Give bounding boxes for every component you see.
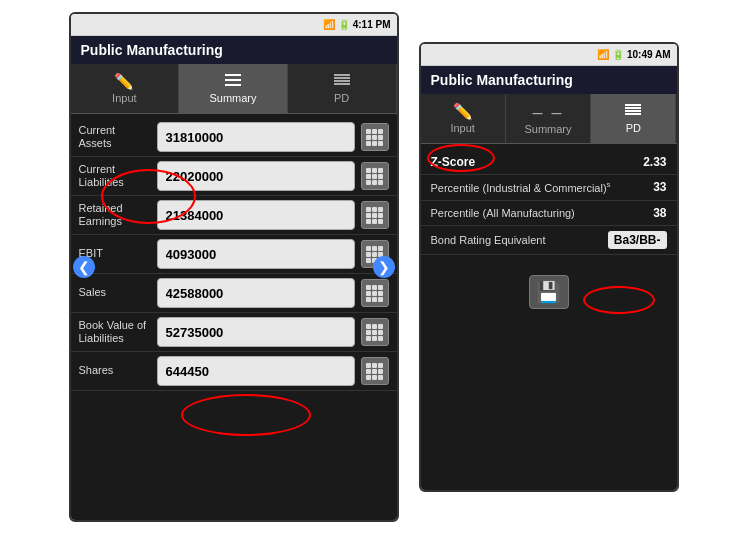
save-button[interactable]: 💾 [529,275,569,309]
title-bar-left: Public Manufacturing [71,36,397,64]
tab-summary-right[interactable]: – – Summary [506,94,591,143]
svg-rect-0 [225,74,241,76]
app-title-left: Public Manufacturing [81,42,223,58]
table-row: Current Assets [71,118,397,157]
svg-rect-5 [334,80,350,82]
tab-input-label-right: Input [450,122,474,134]
title-bar-right: Public Manufacturing [421,66,677,94]
percentile-industrial-label: Percentile (Industrial & Commercial)s [431,180,654,195]
signal-icon: 📶 [323,19,335,30]
field-list-left: Current Assets Current Liabilities [71,114,397,520]
pencil-icon-right: ✏️ [453,104,473,120]
field-label-retained-earnings: Retained Earnings [79,202,151,228]
grid-icon [366,324,383,341]
svg-rect-1 [225,79,241,81]
grid-button-shares[interactable] [361,357,389,385]
field-label-sales: Sales [79,286,151,299]
field-input-sales[interactable] [157,278,355,308]
summary-dash-icon: – – [532,103,563,121]
summary-row-zscore: Z-Score 2.33 [421,150,677,175]
svg-rect-3 [334,74,350,76]
summary-row-percentile-all: Percentile (All Manufacturing) 38 [421,201,677,226]
battery-icon: 🔋 [338,19,350,30]
bond-rating-value: Ba3/BB- [608,231,667,249]
svg-rect-2 [225,84,241,86]
field-label-current-assets: Current Assets [79,124,151,150]
nav-arrow-right[interactable]: ❯ [373,256,395,278]
svg-rect-10 [625,113,641,115]
tab-input-right[interactable]: ✏️ Input [421,94,506,143]
grid-icon [366,207,383,224]
time-left: 4:11 PM [353,19,391,30]
field-label-shares: Shares [79,364,151,377]
grid-button-current-liabilities[interactable] [361,162,389,190]
summary-icon-left [223,73,243,90]
pd-icon-left [332,73,352,90]
table-row: Sales [71,274,397,313]
field-input-book-value[interactable] [157,317,355,347]
table-row: Book Value of Liabilities [71,313,397,352]
field-input-current-assets[interactable] [157,122,355,152]
field-input-shares[interactable] [157,356,355,386]
grid-icon [366,363,383,380]
grid-icon [366,168,383,185]
svg-rect-4 [334,77,350,79]
status-bar-right: 📶 🔋 10:49 AM [421,44,677,66]
grid-button-sales[interactable] [361,279,389,307]
svg-rect-6 [334,83,350,85]
grid-button-retained-earnings[interactable] [361,201,389,229]
signal-icon-right: 📶 [597,49,609,60]
zscore-label: Z-Score [431,155,476,169]
field-label-book-value: Book Value of Liabilities [79,319,151,345]
table-row: Current Liabilities [71,157,397,196]
bond-rating-label: Bond Rating Equivalent [431,233,608,247]
table-row: Retained Earnings [71,196,397,235]
field-label-current-liabilities: Current Liabilities [79,163,151,189]
tab-summary-label-right: Summary [524,123,571,135]
svg-rect-9 [625,110,641,112]
app-title-right: Public Manufacturing [431,72,573,88]
battery-icon-right: 🔋 [612,49,624,60]
tab-pd-label-right: PD [626,122,641,134]
save-icon: 💾 [536,280,561,304]
tab-pd-right[interactable]: PD [591,94,676,143]
field-input-current-liabilities[interactable] [157,161,355,191]
tab-pd-label-left: PD [334,92,349,104]
status-icons-right: 📶 🔋 10:49 AM [597,49,671,60]
table-row: EBIT [71,235,397,274]
pd-icon-right [623,103,643,120]
grid-button-current-assets[interactable] [361,123,389,151]
tab-summary-left[interactable]: Summary [179,64,288,113]
tab-input-left[interactable]: ✏️ Input [71,64,180,113]
status-bar-left: 📶 🔋 4:11 PM [71,14,397,36]
tab-bar-right: ✏️ Input – – Summary [421,94,677,144]
table-row: Shares [71,352,397,391]
summary-content: Z-Score 2.33 Percentile (Industrial & Co… [421,144,677,490]
tab-bar-left: ✏️ Input Summary [71,64,397,114]
tab-input-label-left: Input [112,92,136,104]
svg-rect-7 [625,104,641,106]
grid-icon [366,129,383,146]
summary-row-bond-rating: Bond Rating Equivalent Ba3/BB- [421,226,677,255]
tab-summary-label-left: Summary [209,92,256,104]
field-input-ebit[interactable] [157,239,355,269]
percentile-all-value: 38 [653,206,666,220]
tab-pd-left[interactable]: PD [288,64,397,113]
percentile-all-label: Percentile (All Manufacturing) [431,206,654,220]
percentile-industrial-value: 33 [653,180,666,194]
grid-button-book-value[interactable] [361,318,389,346]
time-right: 10:49 AM [627,49,671,60]
svg-rect-8 [625,107,641,109]
summary-row-percentile-industrial: Percentile (Industrial & Commercial)s 33 [421,175,677,201]
field-input-retained-earnings[interactable] [157,200,355,230]
grid-icon [366,285,383,302]
nav-arrow-left[interactable]: ❮ [73,256,95,278]
pencil-icon-left: ✏️ [114,74,134,90]
zscore-value: 2.33 [643,155,666,169]
status-icons-left: 📶 🔋 4:11 PM [323,19,391,30]
